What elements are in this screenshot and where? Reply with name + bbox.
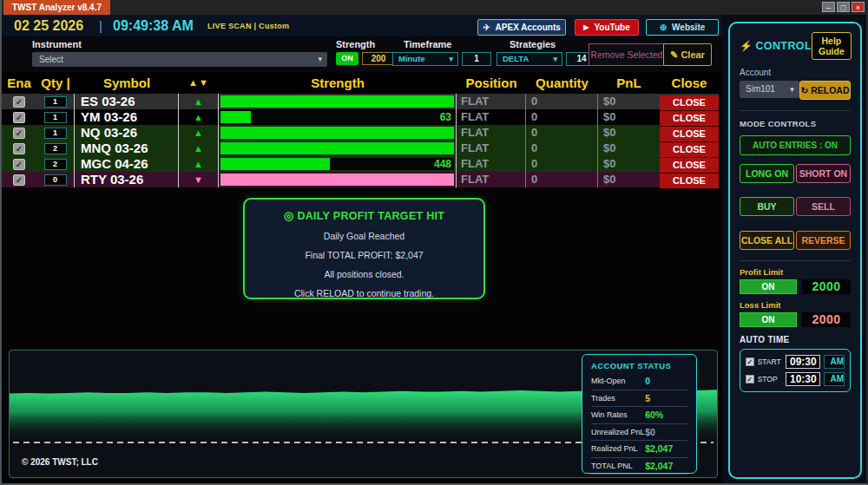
enable-checkbox[interactable]: ✓	[13, 143, 25, 154]
account-status-row: Realized PnL $2,047	[591, 441, 687, 458]
direction-arrow-icon: ▲	[194, 143, 203, 154]
stat-label: Trades	[591, 394, 645, 403]
website-button[interactable]: ⊕ Website	[646, 19, 719, 36]
stop-ampm-select[interactable]: AM	[824, 372, 845, 386]
website-label: Website	[672, 23, 705, 32]
strength-value: 448	[434, 158, 451, 170]
help-guide-button[interactable]: Help Guide	[812, 32, 852, 60]
enable-checkbox[interactable]: ✓	[13, 112, 25, 123]
strategies-select[interactable]: DELTA ▾	[496, 52, 562, 66]
quantity-value: 0	[526, 156, 598, 172]
enable-checkbox[interactable]: ✓	[13, 159, 25, 170]
short-on-button[interactable]: SHORT ON	[796, 164, 851, 183]
instruments-table: Ena Qty | Symbol ▲▼ Strength Position Qu…	[2, 72, 719, 187]
youtube-button[interactable]: ▶ YouTube	[575, 19, 639, 36]
app-window: TWST Analyzer v8.4.7 – □ × 02 25 2026 | …	[0, 0, 868, 485]
position-value: FLAT	[457, 172, 526, 187]
close-position-button[interactable]: CLOSE	[660, 127, 719, 142]
header-direction: ▲▼	[179, 72, 219, 94]
close-position-button[interactable]: CLOSE	[660, 95, 719, 111]
profit-limit-label: Profit Limit	[740, 267, 851, 277]
strength-bar	[220, 95, 454, 108]
stat-label: Win Rates	[591, 410, 645, 419]
reverse-button[interactable]: REVERSE	[796, 231, 851, 250]
buy-button[interactable]: BUY	[740, 197, 794, 216]
profit-limit-toggle[interactable]: ON	[740, 279, 797, 294]
checkmark-icon: ✓	[16, 128, 23, 138]
stat-label: Realized PnL	[591, 444, 645, 453]
header-strength: Strength	[219, 72, 457, 94]
timeframe-count-input[interactable]: 1	[462, 52, 491, 66]
checkmark-icon: ✓	[16, 144, 23, 154]
qty-input[interactable]: 0	[44, 174, 67, 186]
qty-input[interactable]: 1	[44, 96, 67, 108]
qty-input[interactable]: 1	[44, 128, 67, 139]
header-symbol: Symbol	[75, 72, 179, 94]
apex-accounts-button[interactable]: ✈ APEX Accounts	[477, 19, 566, 36]
daily-profit-popup: ◎DAILY PROFIT TARGET HIT Daily Goal Reac…	[243, 198, 485, 299]
strength-toggle[interactable]: ON	[336, 52, 358, 65]
stat-value: 5	[645, 393, 687, 403]
divider	[740, 110, 851, 111]
instrument-select[interactable]: Select ▾	[32, 52, 327, 67]
quantity-value: 0	[526, 94, 598, 109]
symbol-label: NQ 03-26	[75, 125, 179, 141]
filters-bar: Instrument Select ▾ Strength ON 200 Time…	[2, 36, 722, 72]
maximize-button[interactable]: □	[837, 2, 850, 12]
position-value: FLAT	[457, 141, 526, 156]
chevron-down-icon: ▾	[790, 81, 794, 98]
reload-button[interactable]: ↻ RELOAD	[799, 81, 851, 100]
time-label: 09:49:38 AM	[113, 15, 194, 36]
symbol-label: MGC 04-26	[75, 156, 179, 172]
clear-button[interactable]: ✎ Clear	[663, 43, 712, 66]
close-position-button[interactable]: CLOSE	[660, 158, 719, 174]
start-time-input[interactable]: 09:30	[786, 355, 820, 369]
strength-value-input[interactable]: 200	[362, 52, 395, 65]
reload-icon: ↻	[800, 85, 808, 95]
position-value: FLAT	[457, 125, 526, 141]
direction-arrow-icon: ▼	[194, 174, 203, 185]
qty-input[interactable]: 2	[44, 143, 67, 154]
stop-checkbox[interactable]: ✓	[746, 375, 754, 383]
loss-limit-toggle[interactable]: ON	[740, 312, 797, 327]
profit-limit-input[interactable]: 2000	[802, 279, 851, 294]
close-position-button[interactable]: CLOSE	[660, 142, 719, 158]
timeframe-selected-value: Minute	[398, 54, 425, 63]
long-on-button[interactable]: LONG ON	[740, 164, 794, 183]
auto-entries-toggle[interactable]: AUTO ENTRIES : ON	[740, 135, 851, 155]
stat-value: $2,047	[645, 443, 687, 454]
start-checkbox[interactable]: ✓	[746, 357, 754, 366]
lightning-icon: ⚡	[740, 40, 753, 52]
strength-bar-fill	[220, 127, 454, 139]
popup-line: Daily Goal Reached	[245, 231, 483, 241]
sell-button[interactable]: SELL	[796, 197, 851, 216]
stop-time-input[interactable]: 10:30	[786, 372, 820, 386]
popup-title: ◎DAILY PROFIT TARGET HIT	[245, 209, 483, 222]
close-window-button[interactable]: ×	[852, 2, 865, 12]
strength-label: Strength	[336, 39, 375, 49]
enable-checkbox[interactable]: ✓	[13, 174, 25, 186]
auto-time-label: AUTO TIME	[740, 335, 851, 344]
pnl-value: $0	[598, 109, 660, 125]
checkmark-icon: ✓	[16, 160, 23, 169]
minimize-button[interactable]: –	[822, 2, 835, 12]
quantity-value: 0	[526, 141, 598, 156]
qty-input[interactable]: 1	[44, 112, 67, 123]
apex-accounts-label: APEX Accounts	[496, 23, 561, 32]
account-select[interactable]: Sim101 ▾	[740, 81, 799, 98]
window-controls: – □ ×	[822, 2, 865, 12]
strength-bar: 448	[220, 158, 454, 170]
close-position-button[interactable]: CLOSE	[660, 111, 719, 127]
stat-value: 60%	[645, 410, 687, 420]
qty-input[interactable]: 2	[44, 159, 67, 170]
chevron-down-icon: ▾	[318, 52, 322, 67]
enable-checkbox[interactable]: ✓	[13, 128, 25, 139]
remove-selected-button[interactable]: Remove Selected	[589, 43, 665, 66]
loss-limit-input[interactable]: 2000	[802, 312, 851, 327]
enable-checkbox[interactable]: ✓	[13, 96, 25, 108]
start-ampm-select[interactable]: AM	[824, 355, 845, 369]
close-position-button[interactable]: CLOSE	[660, 174, 719, 189]
timeframe-select[interactable]: Minute ▾	[392, 52, 458, 66]
close-all-button[interactable]: CLOSE ALL	[740, 231, 794, 250]
rocket-icon: ✈	[483, 23, 490, 32]
